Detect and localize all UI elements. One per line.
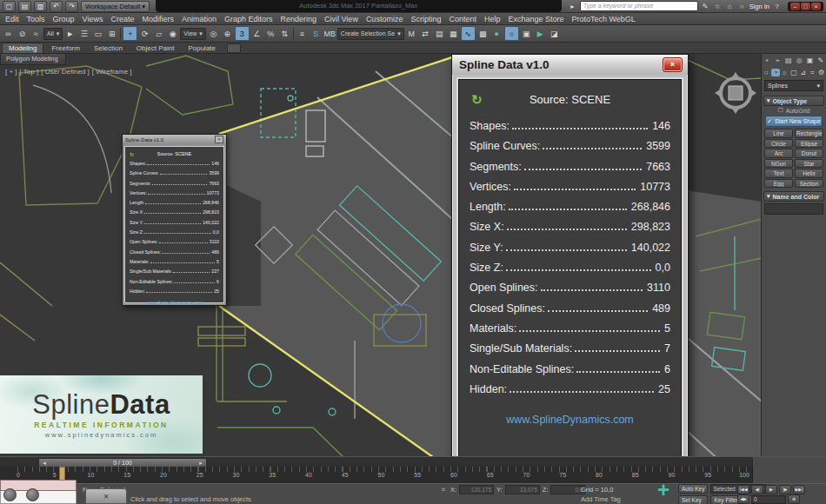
systems-icon[interactable]: ⚙ — [817, 69, 826, 76]
shape-button[interactable]: Ellipse — [795, 139, 823, 149]
save-file-icon[interactable]: ▥ — [34, 1, 47, 12]
scene-explorer-icon[interactable]: ▦ — [447, 27, 460, 40]
polygon-modeling-panel[interactable]: Polygon Modeling — [0, 54, 66, 65]
help-icon[interactable]: ? — [772, 3, 782, 10]
next-frame-icon[interactable]: ► — [198, 461, 203, 466]
y-field[interactable]: 23,075 — [505, 485, 540, 494]
display-tab-icon[interactable]: ▣ — [805, 56, 814, 64]
name-color-rollout[interactable]: ▾ Name and Color — [763, 191, 824, 202]
mirror-icon[interactable]: M — [405, 27, 418, 40]
shape-button[interactable]: Star — [795, 159, 823, 169]
menu-item[interactable]: ProtoTech WebGL — [572, 15, 636, 23]
splinedynamics-link[interactable]: www.SplineDynamics.com — [470, 414, 670, 426]
render-setup-icon[interactable]: ☼ — [504, 26, 519, 41]
auto-key-button[interactable]: Auto Key — [678, 484, 708, 494]
viewport-top[interactable]: Polygon Modeling [ + ] [ Top ] [ User De… — [0, 54, 761, 456]
open-file-icon[interactable]: ▤ — [18, 1, 31, 12]
rect-selection-region-icon[interactable]: ▭ — [91, 27, 104, 40]
shape-button[interactable]: Egg — [764, 179, 793, 189]
lights-icon[interactable]: ☼ — [780, 69, 789, 76]
plugin-mb-icon[interactable]: MB — [323, 27, 336, 40]
helpers-icon[interactable]: ⊿ — [799, 69, 808, 76]
dialog-titlebar[interactable]: Spline Data v1.0 × — [452, 55, 688, 75]
align-icon[interactable]: ⇄ — [419, 27, 432, 40]
menu-item[interactable]: Animation — [182, 15, 216, 23]
next-key-icon[interactable]: |▶ — [779, 485, 791, 494]
add-time-tag[interactable]: Add Time Tag — [581, 495, 621, 503]
render-iterative-icon[interactable]: ◪ — [548, 27, 561, 40]
viewport-menu-plus[interactable]: [ + ] — [5, 68, 17, 76]
render-production-icon[interactable]: ▶ — [534, 27, 547, 40]
menu-item[interactable]: Help — [484, 15, 501, 23]
menu-item[interactable]: Tools — [27, 15, 45, 23]
play-icon[interactable]: ▶ — [765, 485, 777, 494]
layer-manager-icon[interactable]: ▤ — [433, 27, 446, 40]
shape-button[interactable]: Section — [795, 179, 823, 189]
time-slider-track[interactable]: ◄ 0 / 100 ► — [0, 457, 753, 467]
select-scale-icon[interactable]: ▱ — [152, 27, 165, 40]
viewport-menu-view[interactable]: [ Top ] — [20, 68, 39, 76]
shape-button[interactable]: Circle — [764, 139, 793, 149]
menu-item[interactable]: Modifiers — [142, 15, 174, 23]
menu-item[interactable]: Exchange Store — [508, 15, 563, 23]
select-move-icon[interactable]: + — [123, 26, 137, 41]
snaps-toggle-icon[interactable]: 3 — [235, 26, 250, 41]
bind-spacewarp-icon[interactable]: ≈ — [30, 27, 43, 40]
overlay-record-icon[interactable] — [3, 488, 17, 501]
tab-modeling[interactable]: Modeling — [2, 43, 43, 53]
overlay-pause-icon[interactable] — [26, 488, 39, 501]
workspace-dropdown[interactable]: Workspace Default ▾ — [81, 1, 150, 12]
overlay-close-box[interactable]: ✕ — [85, 488, 127, 504]
material-editor-icon[interactable]: ● — [490, 27, 503, 40]
select-link-icon[interactable]: ∞ — [2, 27, 15, 40]
menu-item[interactable]: Graph Editors — [224, 15, 273, 23]
menu-item[interactable]: Group — [53, 15, 75, 23]
menu-item[interactable]: Content — [449, 15, 476, 23]
tab-selection[interactable]: Selection — [88, 43, 129, 53]
minimize-button[interactable]: – — [790, 3, 800, 10]
close-icon[interactable]: ✕ — [103, 493, 110, 501]
help-search-input[interactable]: Type a keyword or phrase — [580, 1, 698, 11]
schematic-view-icon[interactable]: ▩ — [476, 27, 490, 40]
select-place-icon[interactable]: ◉ — [166, 27, 179, 40]
undo-icon[interactable]: ↶ — [50, 1, 63, 12]
rendered-frame-icon[interactable]: ▣ — [520, 27, 533, 40]
geometry-icon[interactable]: ○ — [762, 69, 770, 76]
percent-snap-icon[interactable]: % — [264, 27, 277, 40]
go-to-end-icon[interactable]: ▶▶| — [793, 485, 805, 494]
prev-key-icon[interactable]: ◀| — [751, 485, 763, 494]
modify-tab-icon[interactable]: ⌁ — [773, 56, 782, 64]
close-icon[interactable]: × — [663, 57, 683, 72]
create-tab-icon[interactable]: + — [763, 56, 771, 64]
menu-item[interactable]: Create — [110, 15, 134, 23]
mini-dialog-titlebar[interactable]: Spline Data v1.0 × — [123, 135, 226, 144]
community-icon[interactable]: ✎ — [701, 3, 710, 10]
go-to-start-icon[interactable]: |◀◀ — [737, 485, 749, 494]
shape-button[interactable]: Donut — [795, 149, 823, 158]
track-bar[interactable]: 0510152025303540455055606570758085909510… — [0, 467, 753, 483]
current-frame-field[interactable]: 0 — [751, 495, 786, 504]
maxscript-mini-listener[interactable] — [0, 480, 77, 504]
menu-item[interactable]: Civil View — [324, 15, 358, 23]
key-mode-icon[interactable]: ◀▶ — [737, 494, 749, 504]
redo-icon[interactable]: ↷ — [65, 1, 78, 12]
select-rotate-icon[interactable]: ⟳ — [138, 27, 151, 40]
home-icon[interactable]: ⌂ — [725, 3, 735, 10]
create-selection-set-dropdown[interactable]: Create Selection Se ▾ — [337, 28, 404, 40]
ribbon-minimize-icon[interactable] — [227, 43, 241, 53]
transform-typein-icon[interactable]: ⌗ — [439, 486, 448, 494]
set-key-button[interactable]: Set Key — [678, 495, 708, 504]
spline-data-dialog[interactable]: Spline Data v1.0 × ↻ Source: SCENE Shape… — [451, 54, 689, 456]
curve-editor-icon[interactable]: ∿ — [461, 26, 476, 41]
tab-populate[interactable]: Populate — [182, 43, 222, 53]
selection-filter-dropdown[interactable]: All ▾ — [43, 28, 63, 40]
start-new-shape-button[interactable]: ✓ Start New Shape — [765, 116, 823, 127]
pivot-center-icon[interactable]: ◎ — [207, 27, 220, 40]
isolate-selection-icon[interactable]: + — [654, 479, 673, 501]
shapes-icon[interactable]: ◔ — [771, 69, 780, 76]
cameras-icon[interactable]: ▢ — [789, 69, 798, 76]
spacewarps-icon[interactable]: ≈ — [808, 69, 816, 76]
angle-snap-icon[interactable]: ∠ — [250, 27, 263, 40]
motion-tab-icon[interactable]: ◎ — [795, 56, 803, 64]
plugin-s-icon[interactable]: S — [310, 27, 323, 40]
